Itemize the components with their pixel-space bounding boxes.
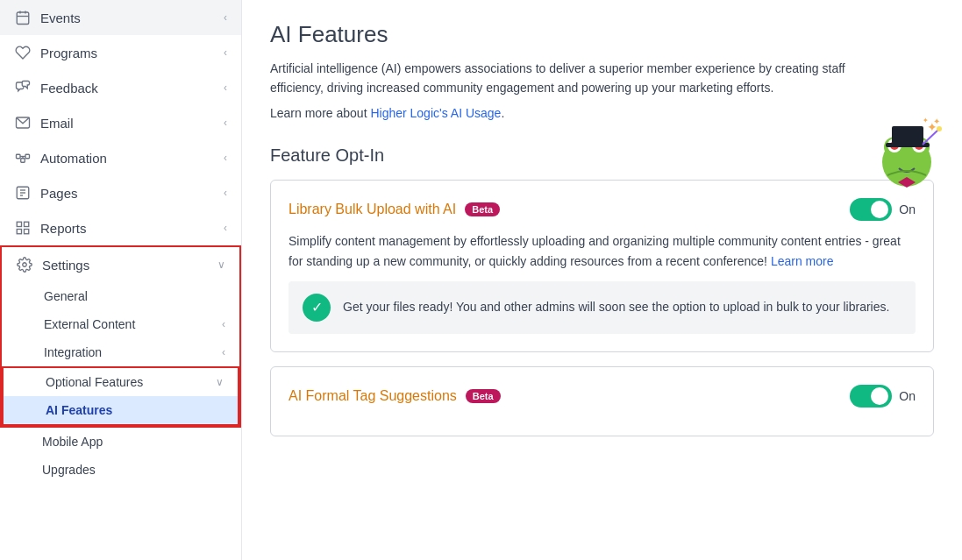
svg-text:✦: ✦	[933, 117, 940, 126]
pages-icon	[14, 184, 32, 202]
svg-rect-28	[892, 126, 923, 144]
info-box-library: ✓ Get your files ready! You and other ad…	[289, 281, 916, 334]
svg-rect-6	[25, 154, 30, 159]
sidebar-item-pages[interactable]: Pages ‹	[0, 175, 241, 210]
sidebar-item-email[interactable]: Email ‹	[0, 105, 241, 140]
sidebar-sub-upgrades[interactable]: Upgrades	[0, 456, 241, 484]
card-title-ai-tags: AI Formal Tag Suggestions	[289, 388, 457, 404]
page-title: AI Features	[270, 21, 934, 48]
sidebar-item-reports[interactable]: Reports ‹	[0, 210, 241, 245]
card-desc-library: Simplify content management by effortles…	[289, 231, 916, 271]
toggle-label-ai-tags: On	[899, 389, 916, 403]
toggle-ai-tag-suggestions[interactable]	[850, 385, 892, 408]
sidebar-sub-integration[interactable]: Integration ‹	[2, 338, 239, 366]
chevron-right-icon: ‹	[224, 11, 227, 24]
sidebar-item-pages-label: Pages	[40, 186, 78, 201]
svg-point-34	[937, 126, 942, 131]
svg-rect-16	[17, 230, 21, 234]
chevron-right-icon: ‹	[224, 152, 227, 164]
sidebar-item-settings-label: Settings	[42, 258, 89, 273]
sidebar-item-events-label: Events	[40, 11, 81, 25]
svg-rect-7	[21, 159, 25, 163]
sidebar-sub-optional-features[interactable]: Optional Features ∨	[4, 368, 238, 396]
programs-icon	[14, 44, 32, 61]
beta-badge-ai-tags: Beta	[466, 389, 501, 403]
sidebar-item-automation[interactable]: Automation ‹	[0, 140, 241, 175]
sidebar-sub-general[interactable]: General	[2, 282, 239, 310]
chevron-right-icon: ‹	[222, 346, 225, 358]
svg-text:✦: ✦	[923, 117, 929, 124]
section-title: Feature Opt-In	[270, 145, 384, 166]
chevron-right-icon: ‹	[224, 117, 227, 129]
sidebar-item-programs[interactable]: Programs ‹	[0, 35, 241, 70]
toggle-label-library: On	[899, 202, 916, 216]
email-icon	[14, 114, 32, 131]
chevron-right-icon: ‹	[224, 46, 227, 59]
sidebar-sub-mobile-app[interactable]: Mobile App	[0, 428, 241, 456]
intro-paragraph: Artificial intelligence (AI) empowers as…	[270, 59, 901, 98]
svg-rect-15	[25, 222, 29, 226]
card-title-library: Library Bulk Upload with AI	[289, 202, 456, 217]
events-icon	[14, 9, 32, 26]
svg-rect-5	[17, 154, 21, 159]
chevron-right-icon: ‹	[224, 82, 227, 94]
beta-badge-library: Beta	[465, 202, 500, 216]
sidebar-sub-external-content[interactable]: External Content ‹	[2, 310, 239, 338]
sidebar-sub-ai-features[interactable]: AI Features	[4, 396, 238, 424]
settings-icon	[16, 256, 33, 273]
learn-more-link[interactable]: Learn more	[771, 254, 834, 268]
feature-card-ai-tag-suggestions: AI Formal Tag Suggestions Beta On	[270, 366, 934, 436]
chevron-right-icon: ‹	[224, 222, 227, 234]
chevron-down-icon: ∨	[217, 259, 225, 271]
sidebar-item-feedback-label: Feedback	[40, 81, 98, 96]
automation-icon	[14, 149, 32, 167]
sidebar-item-settings[interactable]: Settings ∨	[2, 247, 239, 282]
check-circle-icon: ✓	[303, 294, 331, 322]
sidebar-item-reports-label: Reports	[40, 221, 87, 236]
svg-rect-17	[25, 230, 29, 234]
svg-point-18	[23, 263, 27, 267]
sidebar-item-automation-label: Automation	[40, 151, 107, 166]
higher-logic-link[interactable]: Higher Logic's AI Usage	[370, 106, 501, 120]
sidebar-item-events[interactable]: Events ‹	[0, 0, 241, 35]
chevron-down-icon: ∨	[216, 376, 224, 388]
main-content: AI Features Artificial intelligence (AI)…	[242, 0, 962, 560]
sidebar-item-programs-label: Programs	[40, 46, 97, 60]
intro-learn-more: Learn more about Higher Logic's AI Usage…	[270, 103, 901, 123]
mascot-illustration: ✦ ✦ ✦	[870, 114, 944, 197]
sidebar-item-email-label: Email	[40, 116, 74, 131]
svg-rect-0	[17, 12, 29, 25]
feature-card-library-bulk-upload: Library Bulk Upload with AI Beta On Simp…	[270, 180, 934, 352]
sidebar: Events ‹ Programs ‹ Feedback ‹ Email	[0, 0, 242, 560]
sidebar-item-feedback[interactable]: Feedback ‹	[0, 70, 241, 105]
reports-icon	[14, 219, 32, 237]
toggle-library-bulk-upload[interactable]	[850, 198, 892, 221]
chevron-right-icon: ‹	[222, 318, 225, 330]
chevron-right-icon: ‹	[224, 187, 227, 199]
svg-rect-14	[17, 222, 21, 226]
feedback-icon	[14, 79, 32, 96]
